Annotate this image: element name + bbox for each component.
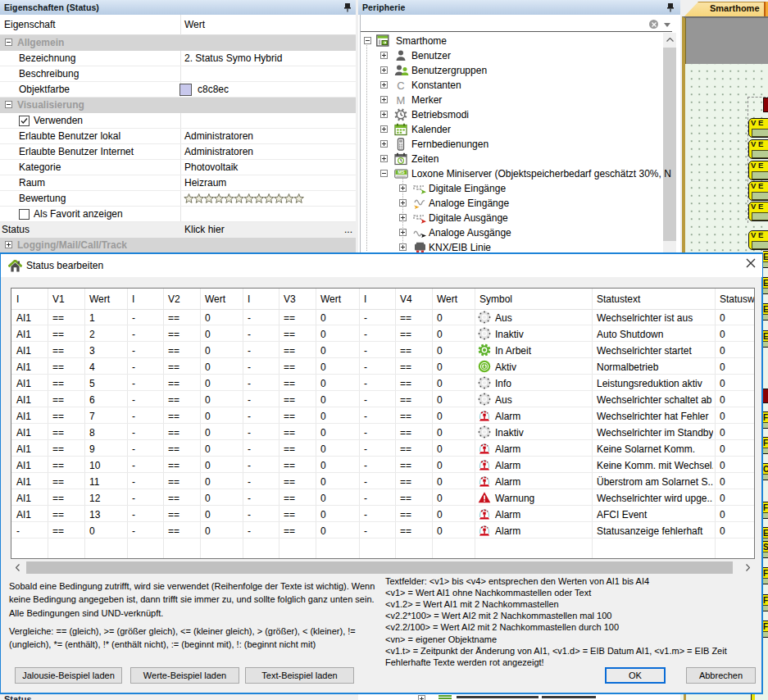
svg-text:M: M: [397, 94, 406, 107]
svg-text:MS: MS: [398, 170, 404, 175]
svg-text:C: C: [397, 80, 404, 92]
